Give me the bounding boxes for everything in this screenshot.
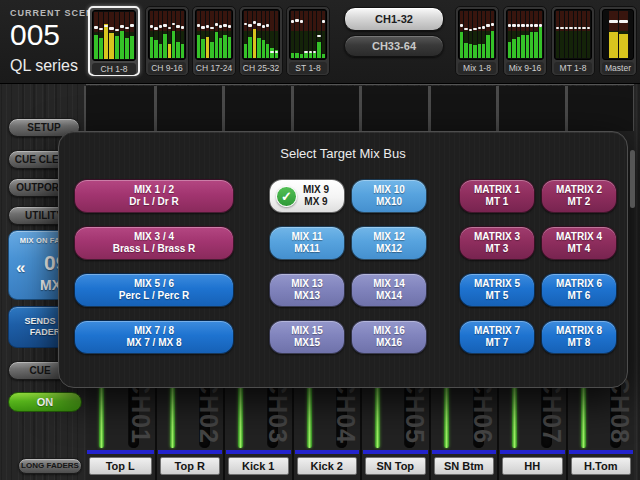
- bus-button-line1: MATRIX 3: [460, 231, 534, 243]
- strip-top-panel: [429, 86, 498, 131]
- strip-top-panel: [497, 86, 566, 131]
- bus-button-mix-9[interactable]: ✓MIX 9MX 9: [269, 179, 345, 213]
- meter-bar: [201, 11, 204, 58]
- channel-name-plate[interactable]: Kick 1: [228, 457, 289, 475]
- meter-bar: [115, 12, 119, 59]
- channel-name-plate[interactable]: Top R: [160, 457, 221, 475]
- bus-button-line1: MATRIX 1: [460, 184, 534, 196]
- meter-bar: [154, 11, 157, 58]
- bus-button-line2: Perc L / Perc R: [75, 290, 233, 302]
- meter-bar: [262, 11, 265, 58]
- meter-bar: [587, 11, 590, 58]
- on-button[interactable]: ON: [8, 392, 82, 412]
- bus-button-line1: MATRIX 4: [542, 231, 616, 243]
- bus-button-matrix-1[interactable]: MATRIX 1MT 1: [459, 179, 535, 213]
- meter-box: [506, 9, 544, 60]
- channel-color-bar: [500, 450, 565, 454]
- strip-top-panel: [155, 86, 224, 131]
- bus-button-line2: MX12: [352, 243, 426, 255]
- bank-button-ch33-64[interactable]: CH33-64: [344, 35, 444, 57]
- meter-bar: [534, 11, 537, 58]
- bus-button-mix-3-4[interactable]: MIX 3 / 4Brass L / Brass R: [74, 226, 234, 260]
- bus-button-matrix-2[interactable]: MATRIX 2MT 2: [541, 179, 617, 213]
- meter-group-ch-17-24[interactable]: CH 17-24: [192, 6, 236, 76]
- strip-top-panel: [360, 86, 429, 131]
- meter-bar: [219, 11, 222, 58]
- bus-button-line1: MIX 11: [270, 231, 344, 243]
- bus-button-line2: MT 6: [542, 290, 616, 302]
- bus-button-mix-5-6[interactable]: MIX 5 / 6Perc L / Perc R: [74, 273, 234, 307]
- meter-bar: [257, 11, 260, 58]
- bus-button-mix-15[interactable]: MIX 15MX15: [269, 320, 345, 354]
- meter-bar: [270, 11, 273, 58]
- meter-bar: [526, 11, 529, 58]
- bus-button-matrix-5[interactable]: MATRIX 5MT 5: [459, 273, 535, 307]
- long-faders-button[interactable]: LONG FADERS: [18, 458, 82, 474]
- meter-bar: [99, 12, 103, 59]
- bus-button-line2: MT 5: [460, 290, 534, 302]
- meter-box: [195, 9, 233, 60]
- meter-group-mt-1-8[interactable]: MT 1-8: [551, 6, 595, 76]
- collapse-chevron-icon[interactable]: «: [16, 258, 25, 278]
- channel-name-plate[interactable]: SN Top: [365, 457, 426, 475]
- bus-button-mix-10[interactable]: MIX 10MX10: [351, 179, 427, 213]
- channel-name-plate[interactable]: H.Tom: [571, 457, 632, 475]
- meter-bar: [295, 11, 298, 58]
- meter-group-mix-1-8[interactable]: Mix 1-8: [455, 6, 499, 76]
- bus-button-mix-16[interactable]: MIX 16MX16: [351, 320, 427, 354]
- bus-button-line2: Brass L / Brass R: [75, 243, 233, 255]
- bus-button-matrix-3[interactable]: MATRIX 3MT 3: [459, 226, 535, 260]
- meter-bar: [163, 11, 166, 58]
- channel-color-bar: [158, 450, 223, 454]
- meter-bar: [223, 11, 226, 58]
- meter-group-label: ST 1-8: [289, 62, 327, 74]
- meter-box: [242, 9, 280, 60]
- meter-group-mix-9-16[interactable]: Mix 9-16: [503, 6, 547, 76]
- meter-bar: [159, 11, 162, 58]
- bus-button-matrix-8[interactable]: MATRIX 8MT 8: [541, 320, 617, 354]
- bus-button-mix-7-8[interactable]: MIX 7 / 8MX 7 / MX 8: [74, 320, 234, 354]
- meter-box: [554, 9, 592, 60]
- meter-bar: [197, 11, 200, 58]
- bus-button-line1: MIX 3 / 4: [75, 231, 233, 243]
- bus-button-line2: MX13: [270, 290, 344, 302]
- channel-name-plate[interactable]: HH: [502, 457, 563, 475]
- bus-button-line2: MX14: [352, 290, 426, 302]
- bus-button-mix-11[interactable]: MIX 11MX11: [269, 226, 345, 260]
- meter-group-ch-9-16[interactable]: CH 9-16: [145, 6, 189, 76]
- meter-group-ch-25-32[interactable]: CH 25-32: [239, 6, 283, 76]
- bus-button-mix-13[interactable]: MIX 13MX13: [269, 273, 345, 307]
- bank-button-ch1-32[interactable]: CH1-32: [344, 7, 444, 31]
- bus-button-matrix-6[interactable]: MATRIX 6MT 6: [541, 273, 617, 307]
- meter-bar: [228, 11, 231, 58]
- meter-bar: [176, 11, 179, 58]
- meter-group-st-1-8[interactable]: ST 1-8: [286, 6, 330, 76]
- meter-box: [148, 9, 186, 60]
- bus-button-matrix-4[interactable]: MATRIX 4MT 4: [541, 226, 617, 260]
- meter-bar: [569, 11, 572, 58]
- meter-bar: [275, 11, 278, 58]
- meter-bar: [521, 11, 524, 58]
- meter-box: [92, 10, 136, 61]
- meter-bar: [460, 11, 463, 58]
- meter-group-ch-1-8[interactable]: CH 1-8: [88, 6, 140, 76]
- bus-button-line1: MATRIX 5: [460, 278, 534, 290]
- bus-button-mix-1-2[interactable]: MIX 1 / 2Dr L / Dr R: [74, 179, 234, 213]
- ql-stagemix-app: CH01Top LCH02Top RCH03Kick 1CH04Kick 2CH…: [0, 0, 640, 480]
- channel-color-bar: [569, 450, 634, 454]
- meter-bar: [464, 11, 467, 58]
- bus-button-mix-14[interactable]: MIX 14MX14: [351, 273, 427, 307]
- channel-name-plate[interactable]: Top L: [89, 457, 152, 475]
- meter-group-master[interactable]: Master: [599, 6, 637, 76]
- meter-bar: [210, 11, 213, 58]
- scene-number[interactable]: 005: [10, 18, 60, 52]
- meter-bar: [313, 11, 316, 58]
- channel-name-plate[interactable]: Kick 2: [297, 457, 358, 475]
- meter-bar: [491, 11, 494, 58]
- meter-bar: [215, 11, 218, 58]
- channel-color-bar: [226, 450, 291, 454]
- channel-name-plate[interactable]: SN Btm: [434, 457, 495, 475]
- bus-button-mix-12[interactable]: MIX 12MX12: [351, 226, 427, 260]
- meter-bar: [104, 12, 108, 59]
- bus-button-matrix-7[interactable]: MATRIX 7MT 7: [459, 320, 535, 354]
